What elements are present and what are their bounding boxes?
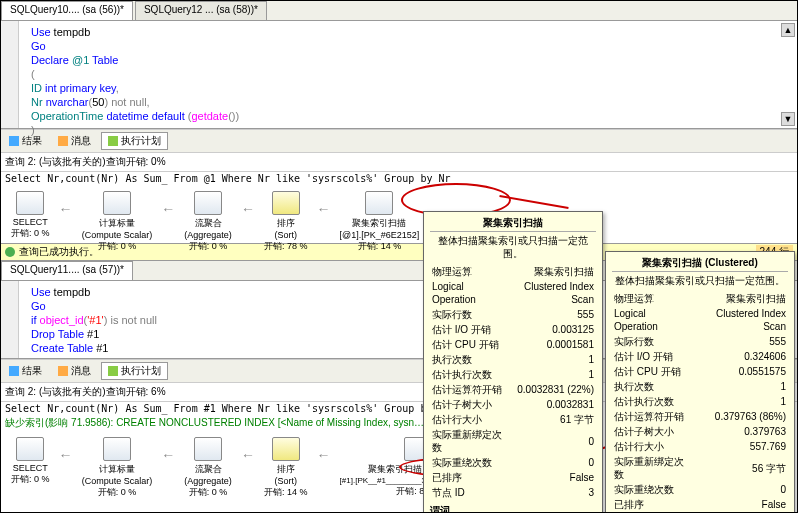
plan-icon <box>108 136 118 146</box>
tooltip-index-scan-2: 聚集索引扫描 (Clustered) 整体扫描聚集索引或只扫描一定范围。 物理运… <box>605 251 795 513</box>
message-icon <box>58 136 68 146</box>
tab-bar: SQLQuery10.... (sa (56))* SQLQuery12 ...… <box>1 1 797 21</box>
tab-sqlquery10[interactable]: SQLQuery10.... (sa (56))* <box>1 1 133 20</box>
highlight-arrow <box>499 195 568 209</box>
arrow-icon: ← <box>317 447 331 463</box>
tab-results-2[interactable]: 结果 <box>3 362 48 380</box>
plan-node-select[interactable]: SELECT开销: 0 % <box>11 437 50 486</box>
plan-node-select[interactable]: SELECT开销: 0 % <box>11 191 50 240</box>
query-header-1: 查询 2: (与该批有关的)查询开销: 0% <box>1 153 797 172</box>
tab-messages-2[interactable]: 消息 <box>52 362 97 380</box>
grid-icon <box>9 136 19 146</box>
plan-node-aggregate[interactable]: 流聚合(Aggregate)开销: 0 % <box>184 191 232 253</box>
arrow-icon: ← <box>317 201 331 217</box>
editor-gutter <box>1 21 19 128</box>
arrow-icon: ← <box>59 201 73 217</box>
tooltip-index-scan-1: 聚集索引扫描 整体扫描聚集索引或只扫描一定范围。 物理运算聚集索引扫描Logic… <box>423 211 603 513</box>
arrow-icon: ← <box>161 447 175 463</box>
arrow-icon: ← <box>241 201 255 217</box>
plan-node-sort[interactable]: 排序(Sort)开销: 14 % <box>264 437 308 499</box>
plan-node-compute[interactable]: 计算标量(Compute Scalar)开销: 0 % <box>82 437 153 499</box>
scroll-up-icon[interactable]: ▲ <box>781 23 795 37</box>
plan-node-compute[interactable]: 计算标量(Compute Scalar)开销: 0 % <box>82 191 153 253</box>
tab-execution-plan-2[interactable]: 执行计划 <box>101 362 168 380</box>
grid-icon <box>9 366 19 376</box>
plan-node-index-scan[interactable]: 聚集索引扫描[@1].[PK_#6E2152]开销: 14 % <box>340 191 420 253</box>
sql-editor-1[interactable]: Use tempdb Go Declare @1 Table ( ID int … <box>1 21 797 129</box>
plan-node-sort[interactable]: 排序(Sort)开销: 78 % <box>264 191 308 253</box>
arrow-icon: ← <box>241 447 255 463</box>
scroll-down-icon[interactable]: ▼ <box>781 112 795 126</box>
arrow-icon: ← <box>161 201 175 217</box>
plan-node-aggregate[interactable]: 流聚合(Aggregate)开销: 0 % <box>184 437 232 499</box>
execution-plan-1[interactable]: SELECT开销: 0 % ← 计算标量(Compute Scalar)开销: … <box>1 185 797 243</box>
tab-sqlquery11[interactable]: SQLQuery11.... (sa (57))* <box>1 261 133 280</box>
tab-sqlquery12[interactable]: SQLQuery12 ... (sa (58))* <box>135 1 267 20</box>
message-icon <box>58 366 68 376</box>
arrow-icon: ← <box>59 447 73 463</box>
plan-icon <box>108 366 118 376</box>
query-sql-1: Select Nr,count(Nr) As Sum_ From @1 Wher… <box>1 172 797 185</box>
editor-gutter <box>1 281 19 358</box>
